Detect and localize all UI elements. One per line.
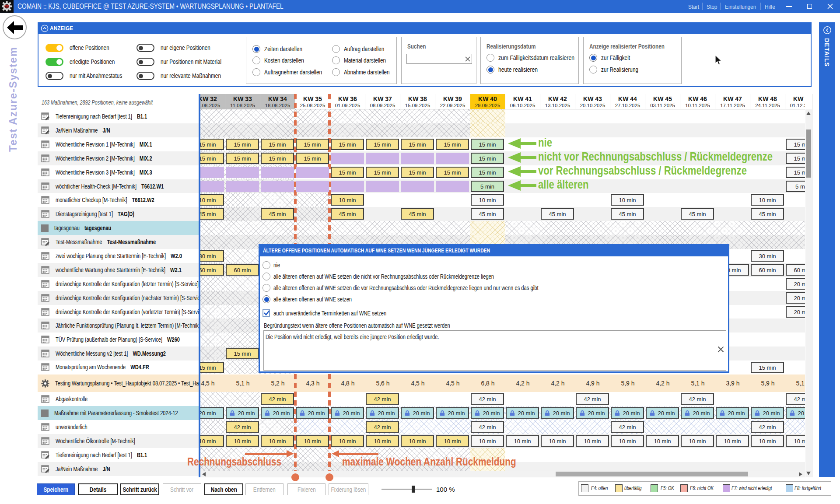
svg-text:CO: CO (4, 4, 10, 8)
